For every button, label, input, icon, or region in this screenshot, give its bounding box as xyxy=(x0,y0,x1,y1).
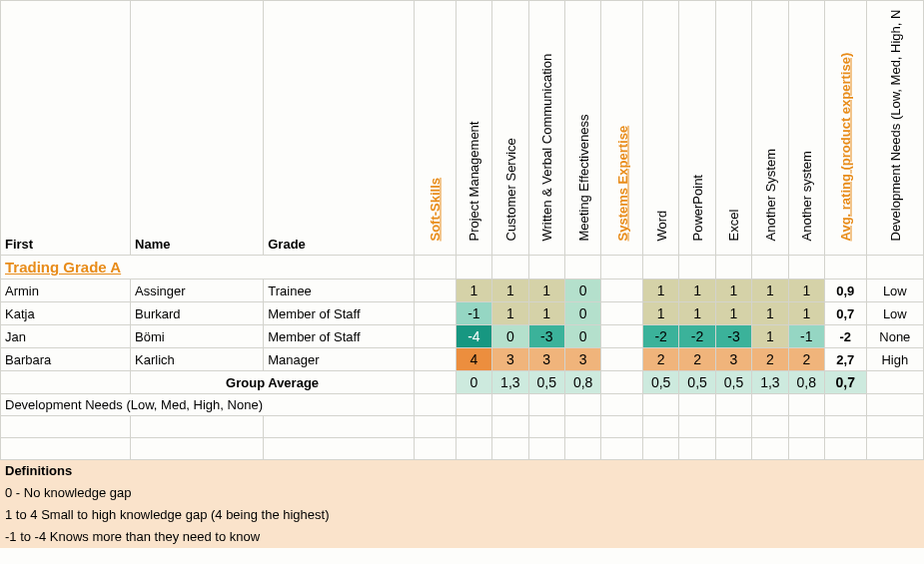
col-soft-skills: Soft-Skills xyxy=(415,1,457,256)
cell-avg[interactable]: 2,7 xyxy=(825,348,867,371)
cell-value[interactable]: 1 xyxy=(788,280,824,302)
cell-value[interactable]: 0 xyxy=(564,325,600,348)
col-grade: Grade xyxy=(264,1,415,256)
cell-name[interactable]: Karlich xyxy=(131,348,264,371)
table-row: Armin Assinger Trainee 1 1 1 0 1 1 1 1 1… xyxy=(1,280,924,302)
cell-value[interactable]: -1 xyxy=(788,325,824,348)
cell-avg-total[interactable]: 0,7 xyxy=(825,371,867,394)
col-avg-rating: Avg. rating (product expertise) xyxy=(825,1,867,256)
col-systems-expertise: Systems Expertise xyxy=(601,1,643,256)
cell-value[interactable]: 0 xyxy=(564,302,600,325)
cell-avg-value[interactable]: 1,3 xyxy=(752,371,788,394)
cell-value[interactable]: 0 xyxy=(564,280,600,302)
cell-value[interactable]: 3 xyxy=(564,348,600,371)
cell-need[interactable]: Low xyxy=(866,302,923,325)
cell-value[interactable]: -3 xyxy=(715,325,751,348)
cell-first[interactable]: Jan xyxy=(1,325,131,348)
table-row: Jan Bömi Member of Staff -4 0 -3 0 -2 -2… xyxy=(1,325,924,348)
cell-value[interactable]: 0 xyxy=(492,325,528,348)
cell-value[interactable]: 3 xyxy=(492,348,528,371)
cell-avg[interactable]: -2 xyxy=(825,325,867,348)
cell-value[interactable]: -4 xyxy=(456,325,491,348)
cell-need[interactable]: High xyxy=(866,348,923,371)
cell-avg-value[interactable]: 0,5 xyxy=(528,371,564,394)
definitions-text: 0 - No knowledge gap xyxy=(1,482,457,504)
cell-value[interactable]: 1 xyxy=(715,280,751,302)
col-another-system-1: Another System xyxy=(752,1,788,256)
group-average-label: Group Average xyxy=(131,371,415,394)
cell-value[interactable]: -1 xyxy=(456,302,491,325)
empty-row xyxy=(1,438,924,460)
cell-name[interactable]: Assinger xyxy=(131,280,264,302)
cell-name[interactable]: Bömi xyxy=(131,325,264,348)
cell-avg[interactable]: 0,9 xyxy=(825,280,867,302)
cell-name[interactable]: Burkard xyxy=(131,302,264,325)
cell-avg-value[interactable]: 0,8 xyxy=(564,371,600,394)
col-customer-service: Customer Service xyxy=(492,1,528,256)
cell-avg-value[interactable]: 0,5 xyxy=(715,371,751,394)
col-meeting-effectiveness: Meeting Effectiveness xyxy=(564,1,600,256)
header-row: First Name Grade Soft-Skills Project Man… xyxy=(1,1,924,256)
cell-value[interactable]: 4 xyxy=(456,348,491,371)
cell-value[interactable]: 1 xyxy=(492,280,528,302)
cell-value[interactable]: -3 xyxy=(528,325,564,348)
cell-first[interactable]: Armin xyxy=(1,280,131,302)
cell-need[interactable]: Low xyxy=(866,280,923,302)
col-word: Word xyxy=(642,1,678,256)
cell-value[interactable]: 2 xyxy=(679,348,715,371)
cell-grade[interactable]: Member of Staff xyxy=(264,325,415,348)
col-powerpoint: PowerPoint xyxy=(679,1,715,256)
cell-value[interactable]: 1 xyxy=(642,302,678,325)
group-average-row: Group Average 0 1,3 0,5 0,8 0,5 0,5 0,5 … xyxy=(1,371,924,394)
cell-value[interactable]: -2 xyxy=(679,325,715,348)
cell-avg-value[interactable]: 0,5 xyxy=(642,371,678,394)
definitions-title: Definitions xyxy=(1,460,415,482)
cell-first[interactable]: Katja xyxy=(1,302,131,325)
cell-grade[interactable]: Manager xyxy=(264,348,415,371)
cell-value[interactable]: 1 xyxy=(456,280,491,302)
definitions-line: -1 to -4 Knows more than they need to kn… xyxy=(1,526,924,548)
table-row: Barbara Karlich Manager 4 3 3 3 2 2 3 2 … xyxy=(1,348,924,371)
cell-value[interactable]: 1 xyxy=(492,302,528,325)
definitions-text: -1 to -4 Knows more than they need to kn… xyxy=(1,526,529,548)
cell-value[interactable]: 1 xyxy=(752,280,788,302)
cell-avg-value[interactable]: 1,3 xyxy=(492,371,528,394)
cell-value[interactable]: 1 xyxy=(715,302,751,325)
cell-avg-value[interactable]: 0,8 xyxy=(788,371,824,394)
dev-needs-row: Development Needs (Low, Med, High, None) xyxy=(1,394,924,416)
cell-value[interactable]: 2 xyxy=(788,348,824,371)
cell-first[interactable]: Barbara xyxy=(1,348,131,371)
group-title-row: Trading Grade A xyxy=(1,256,924,280)
cell-avg[interactable]: 0,7 xyxy=(825,302,867,325)
cell-value[interactable]: 1 xyxy=(752,325,788,348)
col-first: First xyxy=(1,1,131,256)
definitions-title-row: Definitions xyxy=(1,460,924,482)
col-dev-needs: Development Needs (Low, Med, High, N xyxy=(866,1,923,256)
cell-value[interactable]: 1 xyxy=(679,280,715,302)
definitions-line: 0 - No knowledge gap xyxy=(1,482,924,504)
empty-row xyxy=(1,416,924,438)
cell-value[interactable]: 1 xyxy=(788,302,824,325)
cell-value[interactable]: 1 xyxy=(642,280,678,302)
cell-grade[interactable]: Member of Staff xyxy=(264,302,415,325)
cell-value[interactable]: 1 xyxy=(679,302,715,325)
skill-matrix-table: First Name Grade Soft-Skills Project Man… xyxy=(0,0,924,548)
cell-value[interactable]: 3 xyxy=(528,348,564,371)
col-name: Name xyxy=(131,1,264,256)
cell-value[interactable]: -2 xyxy=(642,325,678,348)
cell-value[interactable]: 1 xyxy=(528,280,564,302)
cell-value[interactable]: 3 xyxy=(715,348,751,371)
dev-needs-label: Development Needs (Low, Med, High, None) xyxy=(1,394,415,416)
table-row: Katja Burkard Member of Staff -1 1 1 0 1… xyxy=(1,302,924,325)
cell-value[interactable]: 2 xyxy=(642,348,678,371)
col-excel: Excel xyxy=(715,1,751,256)
cell-need[interactable]: None xyxy=(866,325,923,348)
cell-avg-value[interactable]: 0 xyxy=(456,371,491,394)
col-project-management: Project Management xyxy=(456,1,491,256)
col-written-verbal: Written & Verbal Communication xyxy=(528,1,564,256)
cell-value[interactable]: 2 xyxy=(752,348,788,371)
cell-value[interactable]: 1 xyxy=(528,302,564,325)
cell-grade[interactable]: Trainee xyxy=(264,280,415,302)
cell-value[interactable]: 1 xyxy=(752,302,788,325)
cell-avg-value[interactable]: 0,5 xyxy=(679,371,715,394)
